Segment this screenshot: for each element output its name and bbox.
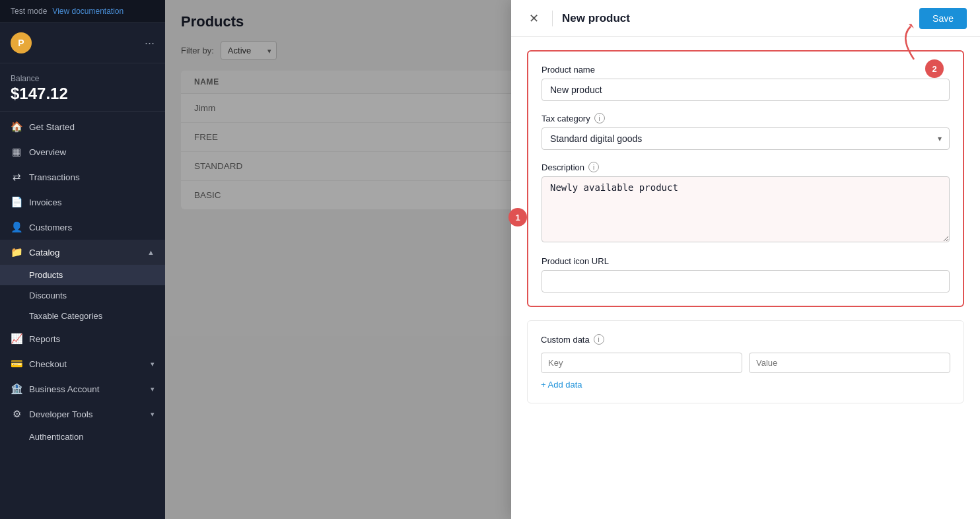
sidebar-item-label: Checkout — [29, 359, 144, 369]
chevron-down-icon: ▾ — [151, 385, 155, 394]
product-form-section: Product name Tax category i Standard dig… — [527, 50, 964, 307]
sidebar-item-label: Developer Tools — [29, 409, 144, 419]
transactions-icon: ⇄ — [11, 171, 22, 183]
avatar: P — [11, 32, 32, 53]
tax-category-select-wrap: Standard digital goods Software as a Ser… — [542, 127, 950, 150]
sidebar-item-label: Overview — [29, 147, 155, 157]
sidebar-item-catalog[interactable]: 📁 Catalog ▲ — [0, 240, 165, 265]
product-name-input[interactable] — [542, 79, 950, 101]
sidebar-divider-1 — [0, 111, 165, 112]
step-badge-2: 2 — [925, 59, 944, 78]
catalog-icon: 📁 — [11, 246, 22, 258]
sub-item-label: Products — [29, 270, 63, 280]
badge-2-arrow — [888, 23, 921, 63]
product-icon-url-label: Product icon URL — [542, 256, 950, 266]
modal-close-button[interactable]: ✕ — [524, 9, 543, 28]
profile-section: P ··· — [0, 23, 165, 63]
sidebar: Test mode View documentation P ··· Balan… — [0, 0, 165, 519]
custom-data-header: Custom data i — [541, 334, 950, 345]
tax-category-field: Tax category i Standard digital goods So… — [542, 113, 950, 150]
nav-list: 🏠 Get Started ▦ Overview ⇄ Transactions … — [0, 114, 165, 519]
sidebar-item-label: Transactions — [29, 172, 155, 182]
top-bar: Test mode View documentation — [0, 0, 165, 23]
tax-category-info-icon[interactable]: i — [594, 113, 605, 123]
product-name-field: Product name — [542, 65, 950, 101]
balance-section: Balance $147.12 — [0, 63, 165, 108]
sidebar-item-developer-tools[interactable]: ⚙ Developer Tools ▾ — [0, 401, 165, 427]
custom-data-section: Custom data i + Add data — [527, 320, 964, 403]
business-icon: 🏦 — [11, 383, 22, 395]
invoices-icon: 📄 — [11, 196, 22, 208]
sidebar-subitem-discounts[interactable]: Discounts — [0, 285, 165, 306]
view-documentation-link[interactable]: View documentation — [52, 7, 123, 16]
description-info-icon[interactable]: i — [588, 162, 599, 172]
checkout-icon: 💳 — [11, 358, 22, 370]
custom-data-info-icon[interactable]: i — [594, 334, 604, 345]
tools-icon: ⚙ — [11, 408, 22, 420]
description-field: Description i Newly available product — [542, 162, 950, 244]
add-data-button[interactable]: + Add data — [541, 380, 582, 390]
sidebar-item-reports[interactable]: 📈 Reports — [0, 326, 165, 351]
modal-body: Product name Tax category i Standard dig… — [511, 37, 980, 519]
sidebar-item-business-account[interactable]: 🏦 Business Account ▾ — [0, 376, 165, 401]
tax-category-select[interactable]: Standard digital goods Software as a Ser… — [542, 127, 950, 150]
step-badge-1: 1 — [508, 208, 527, 226]
sidebar-item-overview[interactable]: ▦ Overview — [0, 139, 165, 164]
test-mode-label: Test mode — [11, 7, 47, 16]
sidebar-subitem-products[interactable]: Products — [0, 265, 165, 285]
chevron-up-icon: ▲ — [147, 248, 155, 256]
custom-data-label: Custom data — [541, 335, 590, 345]
sidebar-item-get-started[interactable]: 🏠 Get Started — [0, 114, 165, 139]
key-input[interactable] — [541, 353, 742, 373]
sidebar-item-label: Invoices — [29, 197, 155, 207]
sidebar-item-label: Business Account — [29, 384, 144, 394]
sub-item-label: Discounts — [29, 291, 67, 300]
chart-icon: ▦ — [11, 146, 22, 158]
save-button[interactable]: Save — [919, 8, 967, 29]
sidebar-item-label: Reports — [29, 334, 155, 344]
customers-icon: 👤 — [11, 221, 22, 233]
sidebar-item-label: Customers — [29, 223, 155, 232]
home-icon: 🏠 — [11, 121, 22, 133]
reports-icon: 📈 — [11, 333, 22, 345]
product-name-label: Product name — [542, 65, 950, 75]
description-label: Description i — [542, 162, 950, 172]
description-textarea[interactable]: Newly available product — [542, 176, 950, 242]
sidebar-item-label: Catalog — [29, 248, 141, 258]
balance-amount: $147.12 — [11, 85, 155, 103]
sidebar-item-invoices[interactable]: 📄 Invoices — [0, 190, 165, 215]
sidebar-item-customers[interactable]: 👤 Customers — [0, 215, 165, 240]
modal-title: New product — [562, 12, 630, 25]
sidebar-item-label: Get Started — [29, 122, 155, 132]
profile-menu-icon[interactable]: ··· — [145, 36, 155, 50]
chevron-down-icon: ▾ — [151, 410, 155, 419]
value-input[interactable] — [749, 353, 950, 373]
sidebar-subitem-taxable-categories[interactable]: Taxable Categories — [0, 306, 165, 326]
modal-header-left: ✕ New product — [524, 9, 630, 28]
sub-item-label: Authentication — [29, 432, 83, 442]
sidebar-item-checkout[interactable]: 💳 Checkout ▾ — [0, 351, 165, 376]
product-icon-url-input[interactable] — [542, 270, 950, 293]
tax-category-label: Tax category i — [542, 113, 950, 123]
sub-item-label: Taxable Categories — [29, 311, 102, 321]
key-value-row — [541, 353, 950, 373]
product-icon-url-field: Product icon URL — [542, 256, 950, 293]
modal-header-divider — [552, 11, 553, 26]
balance-label: Balance — [11, 74, 155, 83]
add-data-label: + Add data — [541, 380, 582, 390]
chevron-down-icon: ▾ — [151, 360, 155, 368]
new-product-modal: ✕ New product Save Product name Tax cate… — [511, 0, 980, 519]
sidebar-subitem-authentication[interactable]: Authentication — [0, 427, 165, 447]
sidebar-item-transactions[interactable]: ⇄ Transactions — [0, 164, 165, 190]
